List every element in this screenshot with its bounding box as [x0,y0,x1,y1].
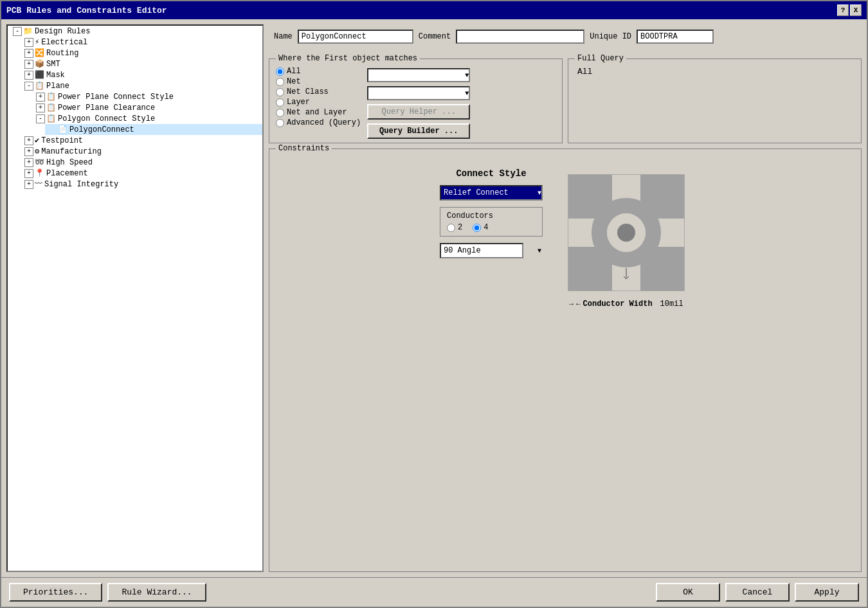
dimension-row: → ← Conductor Width 10mil [569,300,683,308]
constraints-content: Connect Style Relief Connect Direct Conn… [276,156,854,308]
tree-item-plane[interactable]: - 📋 Plane [22,80,262,91]
query-text: All [575,64,595,79]
tree-item-placement[interactable]: + 📍 Placement [22,168,262,179]
folder-icon: 📁 [23,26,33,36]
expand-electrical[interactable]: + [24,38,33,47]
tree-label-mask: Mask [46,71,65,80]
expand-signal-integrity[interactable]: + [24,180,33,189]
tree-item-polygon-connect[interactable]: - 📋 Polygon Connect Style [33,113,262,124]
expand-design-rules[interactable]: - [13,27,22,36]
angle-select-wrapper: 90 Angle 45 Angle ▼ [440,243,543,258]
tree-item-signal-integrity[interactable]: + 〰 Signal Integrity [22,179,262,190]
tree-label-power-connect: Power Plane Connect Style [58,93,174,102]
tree-item-polygon-connect-rule[interactable]: 📄 PolygonConnect [45,124,262,135]
help-button[interactable]: ? [837,4,849,16]
tree-item-manufacturing[interactable]: + ⚙ Manufacturing [22,146,262,157]
net-dropdown-wrapper: ▼ [367,68,470,82]
tree-item-smt[interactable]: + 📦 SMT [22,58,262,69]
radio-label-net-and-layer: Net and Layer [287,108,347,117]
radio-layer[interactable] [276,98,284,107]
tree-item-testpoint[interactable]: + ✔ Testpoint [22,135,262,146]
query-section: Where the First object matches All Net [269,54,862,143]
tree-label-design-rules: Design Rules [35,27,90,36]
conductor-width-value: 10mil [660,300,683,308]
expand-high-speed[interactable]: + [24,158,33,167]
netclass-dropdown[interactable] [367,86,470,100]
query-builder-button[interactable]: Query Builder ... [367,123,470,139]
radio-row-netclass: Net Class [276,87,361,96]
svg-point-18 [617,224,635,242]
connect-style-select[interactable]: Relief Connect Direct Connect No Connect [440,185,543,201]
expand-placement[interactable]: + [24,169,33,178]
tree-item-mask[interactable]: + ⬛ Mask [22,69,262,80]
title-bar: PCB Rules and Constraints Editor ? X [1,1,867,19]
radio-net[interactable] [276,78,284,86]
title-bar-buttons: ? X [837,4,862,16]
expand-power-connect[interactable]: + [36,93,45,102]
net-dropdown[interactable] [367,68,470,82]
polygon-rule-icon: 📄 [58,125,68,134]
power-clearance-icon: 📋 [46,103,56,112]
comment-input[interactable] [456,30,584,44]
signal-integrity-icon: 〰 [35,179,42,189]
window-title: PCB Rules and Constraints Editor [6,6,167,15]
tree-item-power-clearance[interactable]: + 📋 Power Plane Clearance [33,102,262,113]
tree-item-high-speed[interactable]: + ➿ High Speed [22,157,262,168]
name-label: Name [274,32,293,41]
expand-smt[interactable]: + [24,60,33,69]
radio-conductor-2[interactable] [447,224,455,232]
radio-advanced[interactable] [276,119,284,127]
expand-routing[interactable]: + [24,49,33,58]
connect-style-select-wrapper: Relief Connect Direct Connect No Connect… [440,185,543,201]
radio-row-layer: Layer [276,98,361,107]
conductors-fieldset: Conductors 2 4 [440,207,543,237]
radio-net-and-layer[interactable] [276,109,284,117]
tree-label-signal-integrity: Signal Integrity [44,180,118,189]
dim-arrow-left: → [569,300,574,308]
cancel-button[interactable]: Cancel [725,583,790,602]
radio-all[interactable] [276,67,284,76]
priorities-button[interactable]: Priorities... [9,583,102,602]
radio-label-netclass: Net Class [287,87,329,96]
radio-row-advanced: Advanced (Query) [276,118,361,127]
radio-conductor-4[interactable] [473,224,481,232]
uid-input[interactable] [637,30,714,44]
ok-button[interactable]: OK [656,583,720,602]
name-input[interactable] [298,30,413,44]
conductors-label: Conductors [447,211,536,220]
testpoint-icon: ✔ [35,136,39,145]
query-helper-button[interactable]: Query Helper ... [367,104,470,120]
conductors-radios: 2 4 [447,223,536,232]
radio-row-net: Net [276,77,361,86]
angle-select[interactable]: 90 Angle 45 Angle [440,243,523,258]
connect-style-label: Connect Style [440,168,543,179]
close-button[interactable]: X [850,4,862,16]
constraints-section: Constraints Connect Style Relief Connect… [269,148,862,572]
expand-mask[interactable]: + [24,71,33,80]
radio-netclass[interactable] [276,88,284,96]
tree-item-routing[interactable]: + 🔀 Routing [22,48,262,58]
tree-item-electrical[interactable]: + ⚡ Electrical [22,37,262,48]
expand-polygon-connect[interactable]: - [36,114,45,123]
electrical-icon: ⚡ [35,37,39,47]
content-area: - 📁 Design Rules + ⚡ Electrical + 🔀 Rout… [1,19,867,577]
tree-item-design-rules[interactable]: - 📁 Design Rules [10,26,262,37]
expand-testpoint[interactable]: + [24,136,33,145]
expand-plane[interactable]: - [24,82,33,91]
full-query-fieldset: Full Query All [568,54,862,143]
name-row: Name Comment Unique ID [269,24,862,49]
apply-button[interactable]: Apply [795,583,859,602]
expand-power-clearance[interactable]: + [36,103,45,112]
plane-icon: 📋 [35,81,44,91]
routing-icon: 🔀 [35,48,44,58]
conductor-2-row: 2 [447,223,462,232]
expand-manufacturing[interactable]: + [24,147,33,156]
first-object-legend: Where the First object matches [276,54,420,63]
conductor-2-label: 2 [458,223,462,232]
tree-label-polygon-rule: PolygonConnect [69,125,134,134]
conductor-width-label: Conductor Width [583,300,653,308]
manufacturing-icon: ⚙ [35,147,39,156]
bottom-bar: Priorities... Rule Wizard... OK Cancel A… [1,577,867,607]
rule-wizard-button[interactable]: Rule Wizard... [107,583,206,602]
tree-item-power-connect[interactable]: + 📋 Power Plane Connect Style [33,91,262,102]
